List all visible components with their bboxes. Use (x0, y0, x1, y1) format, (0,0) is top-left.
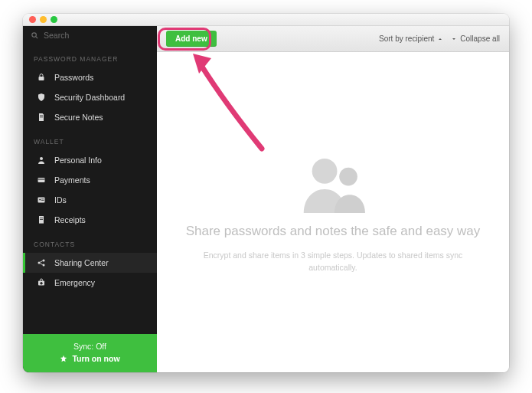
svg-point-0 (32, 32, 37, 37)
sidebar-item-label: Secure Notes (54, 113, 103, 122)
search-icon (31, 31, 39, 40)
sidebar-item-emergency[interactable]: Emergency (23, 273, 157, 293)
svg-point-14 (38, 262, 41, 264)
section-title-contacts: CONTACTS (23, 230, 157, 253)
svg-point-20 (312, 159, 338, 184)
sidebar-spacer (23, 293, 157, 334)
svg-rect-3 (40, 116, 43, 116)
sidebar-item-receipts[interactable]: Receipts (23, 210, 157, 230)
svg-point-9 (39, 199, 41, 201)
sidebar-item-label: Security Dashboard (54, 93, 125, 102)
section-title-password-manager: PASSWORD MANAGER (23, 44, 157, 67)
person-icon (36, 156, 47, 165)
empty-subtext: Encrypt and share items in 3 simple step… (188, 250, 478, 274)
card-icon (36, 175, 47, 185)
share-icon (36, 258, 47, 267)
svg-point-5 (40, 157, 43, 160)
sidebar-item-sharing-center[interactable]: Sharing Center (23, 253, 157, 273)
sort-by-button[interactable]: Sort by recipient (379, 34, 443, 43)
sidebar-item-security-dashboard[interactable]: Security Dashboard (23, 87, 157, 107)
section-title-wallet: WALLET (23, 127, 157, 150)
sync-cta-label: Turn on now (72, 354, 119, 363)
sidebar-item-passwords[interactable]: Passwords (23, 67, 157, 87)
app-body: PASSWORD MANAGER Passwords Security Dash… (23, 26, 509, 372)
window-close-button[interactable] (29, 16, 36, 23)
window-zoom-button[interactable] (51, 16, 57, 23)
sidebar-item-ids[interactable]: IDs (23, 190, 157, 210)
empty-state: Share passwords and notes the safe and e… (157, 52, 509, 372)
sidebar-item-label: Sharing Center (54, 258, 109, 267)
toolbar: Add new Sort by recipient Collapse all (157, 26, 509, 52)
svg-rect-6 (38, 178, 45, 182)
sort-label: Sort by recipient (379, 34, 434, 43)
sidebar-item-label: Personal Info (54, 156, 102, 165)
svg-rect-10 (41, 199, 44, 200)
app-window: PASSWORD MANAGER Passwords Security Dash… (23, 14, 509, 372)
svg-rect-12 (40, 218, 43, 218)
sidebar-item-label: Passwords (54, 73, 93, 82)
sidebar-item-payments[interactable]: Payments (23, 170, 157, 190)
chevron-down-icon (451, 36, 457, 42)
sidebar-item-label: IDs (54, 195, 67, 205)
emergency-icon (36, 278, 47, 287)
sidebar-item-personal-info[interactable]: Personal Info (23, 150, 157, 170)
svg-rect-13 (40, 219, 43, 220)
sync-status-label: Sync: Off (28, 342, 152, 351)
svg-rect-19 (40, 283, 43, 284)
collapse-all-button[interactable]: Collapse all (451, 34, 500, 43)
main-panel: Add new Sort by recipient Collapse all (157, 26, 509, 372)
sidebar: PASSWORD MANAGER Passwords Security Dash… (23, 26, 157, 372)
shield-icon (36, 93, 47, 102)
collapse-label: Collapse all (460, 34, 500, 43)
sidebar-item-label: Emergency (54, 278, 95, 287)
svg-rect-11 (41, 200, 44, 201)
note-icon (36, 113, 47, 122)
svg-point-15 (43, 260, 45, 262)
window-titlebar (23, 14, 509, 26)
lock-icon (36, 73, 47, 82)
receipt-icon (36, 215, 47, 224)
id-icon (36, 195, 47, 205)
star-icon (60, 355, 67, 362)
sidebar-item-label: Receipts (54, 215, 86, 224)
add-new-button[interactable]: Add new (166, 31, 217, 47)
sidebar-item-label: Payments (54, 175, 90, 185)
sidebar-item-secure-notes[interactable]: Secure Notes (23, 107, 157, 127)
svg-rect-2 (39, 77, 44, 80)
svg-point-16 (43, 264, 45, 267)
sync-banner[interactable]: Sync: Off Turn on now (23, 334, 157, 372)
svg-rect-7 (38, 179, 45, 180)
search-box[interactable] (23, 26, 157, 44)
svg-rect-4 (40, 117, 43, 118)
chevron-up-icon (437, 36, 443, 42)
empty-heading: Share passwords and notes the safe and e… (186, 224, 481, 239)
search-input[interactable] (44, 31, 149, 40)
people-illustration (291, 150, 375, 213)
window-minimize-button[interactable] (40, 16, 47, 23)
svg-line-1 (36, 36, 38, 38)
sync-turn-on-button[interactable]: Turn on now (28, 354, 152, 363)
svg-point-21 (339, 168, 357, 186)
